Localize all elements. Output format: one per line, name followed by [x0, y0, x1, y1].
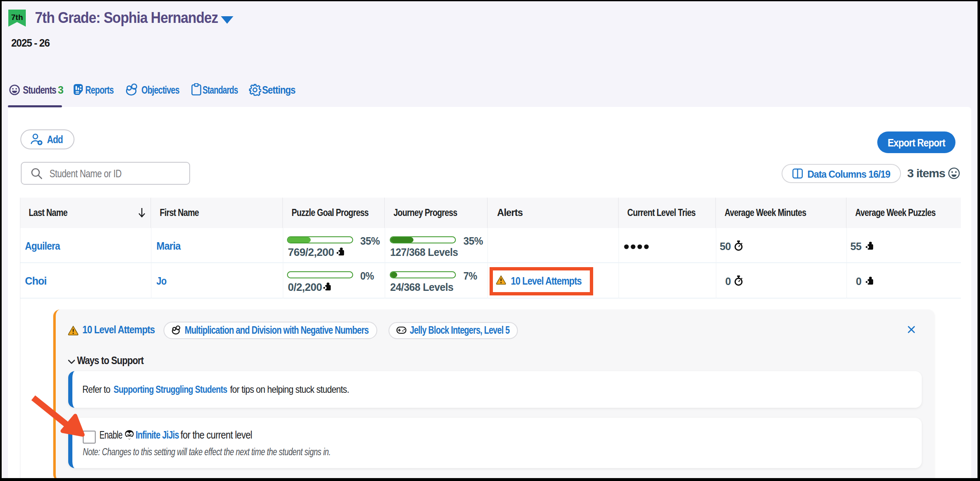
svg-text:7th: 7th	[11, 13, 23, 22]
